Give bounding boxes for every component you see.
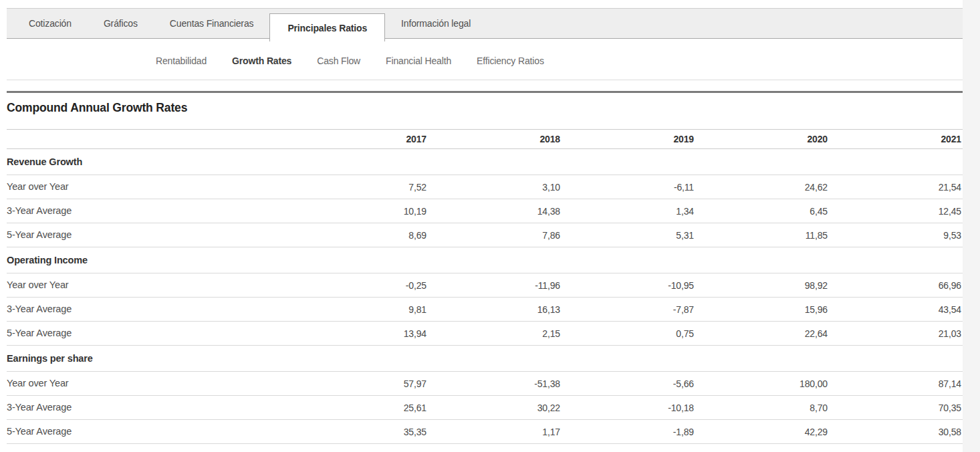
cell-value: 7,86	[428, 223, 562, 247]
sub-navigation: RentabilidadGrowth RatesCash FlowFinanci…	[7, 39, 963, 80]
year-column-header: 2017	[294, 129, 428, 149]
page: CotizaciónGráficosCuentas FinancierasPri…	[0, 0, 963, 452]
cell-value: 35,35	[294, 420, 428, 444]
section-header: Earnings per share	[7, 346, 963, 372]
cell-value: 57,97	[294, 372, 428, 396]
cell-value: -11,96	[428, 273, 562, 298]
row-label: 5-Year Average	[7, 420, 294, 444]
section-divider	[7, 91, 963, 93]
tab-graficos[interactable]: Gráficos	[88, 18, 154, 29]
cell-value: 13,94	[294, 322, 428, 346]
row-label: 5-Year Average	[7, 322, 294, 346]
cell-value: 8,70	[695, 396, 829, 420]
year-header-row: 20172018201920202021	[7, 129, 963, 149]
section-header: Revenue Growth	[7, 149, 963, 175]
cell-value: 0,75	[562, 322, 695, 346]
subnav-item-efficiency-ratios[interactable]: Efficiency Ratios	[477, 55, 544, 66]
row-label: Year over Year	[7, 273, 294, 298]
page-title: Compound Annual Growth Rates	[7, 101, 963, 115]
tab-cotizacion[interactable]: Cotización	[13, 18, 88, 29]
row-label: 3-Year Average	[7, 298, 294, 322]
cell-value: 16,13	[428, 298, 562, 322]
subnav-item-cash-flow[interactable]: Cash Flow	[317, 55, 360, 66]
cell-value: 1,17	[428, 420, 562, 444]
cell-value: -7,87	[562, 298, 695, 322]
growth-rates-table: 20172018201920202021 Revenue GrowthYear …	[7, 129, 963, 444]
cell-value: 15,96	[695, 298, 829, 322]
data-row-earnings-per-share-year-over-year: Year over Year57,97-51,38-5,66180,0087,1…	[7, 372, 963, 396]
cell-value: 22,64	[695, 322, 829, 346]
cell-value: 98,92	[695, 273, 829, 298]
cell-value: 10,19	[294, 199, 428, 223]
tab-informacion-legal[interactable]: Información legal	[385, 18, 487, 29]
cell-value: 87,14	[829, 372, 963, 396]
data-row-earnings-per-share-3-year-average: 3-Year Average25,6130,22-10,188,7070,35	[7, 396, 963, 420]
section-row-operating-income: Operating Income	[7, 247, 963, 273]
cell-value: 5,31	[562, 223, 695, 247]
row-label: 3-Year Average	[7, 396, 294, 420]
cell-value: 66,96	[829, 273, 963, 298]
year-column-header: 2020	[695, 129, 829, 149]
table-head: 20172018201920202021	[7, 129, 963, 149]
cell-value: 180,00	[695, 372, 829, 396]
cell-value: 1,34	[562, 199, 695, 223]
row-label: 5-Year Average	[7, 223, 294, 247]
cell-value: 42,29	[695, 420, 829, 444]
data-row-earnings-per-share-5-year-average: 5-Year Average35,351,17-1,8942,2930,58	[7, 420, 963, 444]
cell-value: -5,66	[562, 372, 695, 396]
table-corner-cell	[7, 129, 294, 149]
row-label: Year over Year	[7, 372, 294, 396]
cell-value: 21,54	[829, 175, 963, 199]
subnav-gap	[7, 80, 963, 91]
subnav-item-financial-health[interactable]: Financial Health	[386, 55, 451, 66]
row-label: 3-Year Average	[7, 199, 294, 223]
data-row-operating-income-year-over-year: Year over Year-0,25-11,96-10,9598,9266,9…	[7, 273, 963, 298]
cell-value: 25,61	[294, 396, 428, 420]
cell-value: 2,15	[428, 322, 562, 346]
cell-value: 30,58	[829, 420, 963, 444]
cell-value: 7,52	[294, 175, 428, 199]
cell-value: 21,03	[829, 322, 963, 346]
section-row-revenue-growth: Revenue Growth	[7, 149, 963, 175]
table-body: Revenue GrowthYear over Year7,523,10-6,1…	[7, 149, 963, 444]
tab-bar: CotizaciónGráficosCuentas FinancierasPri…	[7, 8, 963, 39]
tab-principales-ratios[interactable]: Principales Ratios	[269, 13, 385, 41]
cell-value: -0,25	[294, 273, 428, 298]
cell-value: -10,95	[562, 273, 695, 298]
cell-value: -1,89	[562, 420, 695, 444]
subnav-item-growth-rates[interactable]: Growth Rates	[232, 55, 291, 66]
year-column-header: 2021	[829, 129, 963, 149]
year-column-header: 2018	[428, 129, 562, 149]
cell-value: 6,45	[695, 199, 829, 223]
data-row-operating-income-3-year-average: 3-Year Average9,8116,13-7,8715,9643,54	[7, 298, 963, 322]
cell-value: 9,81	[294, 298, 428, 322]
cell-value: -51,38	[428, 372, 562, 396]
tab-cuentas-financieras[interactable]: Cuentas Financieras	[154, 18, 270, 29]
data-row-operating-income-5-year-average: 5-Year Average13,942,150,7522,6421,03	[7, 322, 963, 346]
cell-value: 24,62	[695, 175, 829, 199]
data-row-revenue-growth-year-over-year: Year over Year7,523,10-6,1124,6221,54	[7, 175, 963, 199]
cell-value: 12,45	[829, 199, 963, 223]
top-spacer	[7, 0, 963, 8]
cell-value: -10,18	[562, 396, 695, 420]
cell-value: 14,38	[428, 199, 562, 223]
data-row-revenue-growth-5-year-average: 5-Year Average8,697,865,3111,859,53	[7, 223, 963, 247]
section-header: Operating Income	[7, 247, 963, 273]
cell-value: 11,85	[695, 223, 829, 247]
section-row-earnings-per-share: Earnings per share	[7, 346, 963, 372]
cell-value: 30,22	[428, 396, 562, 420]
cell-value: 9,53	[829, 223, 963, 247]
cell-value: 3,10	[428, 175, 562, 199]
data-row-revenue-growth-3-year-average: 3-Year Average10,1914,381,346,4512,45	[7, 199, 963, 223]
cell-value: -6,11	[562, 175, 695, 199]
year-column-header: 2019	[562, 129, 695, 149]
subnav-item-rentabilidad[interactable]: Rentabilidad	[156, 55, 207, 66]
cell-value: 43,54	[829, 298, 963, 322]
cell-value: 70,35	[829, 396, 963, 420]
cell-value: 8,69	[294, 223, 428, 247]
row-label: Year over Year	[7, 175, 294, 199]
